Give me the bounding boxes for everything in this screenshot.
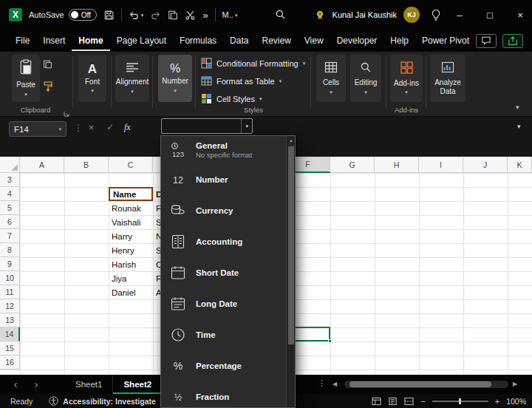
minimize-button[interactable]: – (448, 0, 471, 30)
menu-tab-file[interactable]: File (9, 30, 36, 51)
cut-button[interactable] (185, 10, 196, 21)
share-button[interactable] (502, 34, 523, 48)
menu-tab-insert[interactable]: Insert (36, 30, 72, 51)
row-header-4[interactable]: 4 (0, 187, 20, 201)
number-format-combobox[interactable]: ▾ (161, 118, 253, 134)
autosave-toggle[interactable]: Off (69, 9, 97, 21)
row-header-13[interactable]: 13 (0, 313, 20, 327)
menu-tab-developer[interactable]: Developer (330, 30, 384, 51)
more-commands-icon[interactable]: » (202, 10, 208, 20)
format-option-general[interactable]: 123GeneralNo specific format (161, 136, 295, 164)
row-header-6[interactable]: 6 (0, 215, 20, 229)
maximize-button[interactable]: □ (478, 0, 502, 30)
cancel-entry-icon[interactable]: × (89, 122, 95, 133)
conditional-formatting-button[interactable]: Conditional Formatting ▾ (201, 56, 305, 71)
column-header-b[interactable]: B (64, 157, 109, 173)
search-button[interactable] (275, 9, 286, 23)
select-all-corner[interactable] (0, 157, 20, 173)
confirm-entry-icon[interactable]: ✓ (106, 122, 114, 132)
alignment-group-button[interactable]: Alignment ▾ (115, 55, 149, 102)
format-option-currency[interactable]: Currency (161, 195, 295, 226)
insert-function-icon[interactable]: fx (124, 122, 131, 133)
format-option-time[interactable]: Time (161, 319, 295, 350)
sheet-nav-left-icon[interactable]: ‹ (6, 375, 25, 394)
format-as-table-button[interactable]: Format as Table ▾ (201, 74, 282, 89)
row-header-10[interactable]: 10 (0, 271, 20, 285)
lightbulb-icon[interactable] (431, 9, 441, 21)
row-header-16[interactable]: 16 (0, 356, 20, 370)
cell-c5[interactable]: Rounak (109, 201, 153, 215)
format-option-percentage[interactable]: %Percentage (161, 350, 295, 381)
normal-view-icon[interactable] (372, 397, 381, 406)
row-header-15[interactable]: 15 (0, 341, 20, 356)
zoom-slider-knob[interactable] (459, 398, 461, 404)
expand-formula-bar-icon[interactable]: ▾ (517, 123, 521, 130)
format-option-long-date[interactable]: Long Date (161, 288, 295, 319)
cell-c7[interactable]: Harry (109, 229, 153, 243)
format-option-accounting[interactable]: Accounting (161, 226, 295, 257)
menu-tab-review[interactable]: Review (255, 30, 297, 51)
redo-button[interactable] (150, 10, 161, 21)
page-layout-view-icon[interactable] (388, 397, 398, 406)
column-header-h[interactable]: H (375, 157, 419, 173)
editing-group-button[interactable]: Editing ▾ (350, 55, 381, 102)
fill-handle[interactable] (328, 339, 332, 343)
horizontal-scrollbar[interactable] (344, 381, 508, 388)
row-header-11[interactable]: 11 (0, 285, 20, 299)
add-ins-button[interactable]: Add-ins ▾ (390, 55, 423, 102)
cells-group-button[interactable]: Cells ▾ (316, 55, 346, 102)
copy-button[interactable] (168, 10, 178, 21)
horizontal-scrollbar-thumb[interactable] (349, 381, 491, 387)
menu-tab-page-layout[interactable]: Page Layout (110, 30, 173, 51)
sheet-tab-sheet2[interactable]: Sheet2 (113, 375, 163, 394)
number-group-button[interactable]: % Number ▾ (158, 55, 192, 102)
row-header-9[interactable]: 9 (0, 257, 20, 271)
font-group-button[interactable]: A Font ▾ (78, 55, 106, 102)
sheet-nav-right-icon[interactable]: › (27, 375, 46, 394)
column-header-c[interactable]: C (109, 157, 153, 173)
undo-button[interactable]: ▾ (129, 10, 144, 21)
cell-styles-button[interactable]: Cell Styles ▾ (201, 92, 262, 106)
page-break-view-icon[interactable] (404, 397, 414, 406)
tab-options-kebab-icon[interactable]: ⋮ (318, 378, 326, 388)
row-header-7[interactable]: 7 (0, 229, 20, 243)
cell-c11[interactable]: Daniel (109, 285, 153, 299)
scrollbar-thumb[interactable] (288, 146, 294, 344)
format-painter-icon[interactable] (43, 81, 53, 92)
menu-tab-view[interactable]: View (298, 30, 330, 51)
cell-c10[interactable]: Jiya (109, 271, 153, 285)
row-header-5[interactable]: 5 (0, 201, 20, 215)
cell-c4[interactable]: Name (109, 187, 153, 201)
copy-small-button[interactable] (43, 59, 52, 69)
cell-c6[interactable]: Vaishali (109, 215, 153, 229)
scroll-up-icon[interactable]: ▲ (289, 138, 293, 143)
sheet-tab-sheet1[interactable]: Sheet1 (65, 375, 113, 394)
zoom-in-icon[interactable]: + (495, 397, 499, 406)
save-button[interactable] (103, 10, 115, 21)
menu-tab-power-pivot[interactable]: Power Pivot (415, 30, 476, 51)
paste-button[interactable]: Paste ▾ (12, 55, 40, 102)
menu-tab-home[interactable]: Home (72, 30, 109, 51)
dropdown-scrollbar[interactable]: ▲ (286, 136, 295, 407)
cell-c8[interactable]: Henry (109, 243, 153, 257)
row-header-8[interactable]: 8 (0, 243, 20, 257)
row-header-14[interactable]: 14 (0, 327, 20, 341)
format-option-short-date[interactable]: Short Date (161, 257, 295, 288)
zoom-slider[interactable] (432, 401, 488, 402)
column-header-g[interactable]: G (330, 157, 375, 173)
hscroll-right-icon[interactable]: ▶ (513, 381, 517, 387)
column-header-k[interactable]: K (508, 157, 532, 173)
collapse-ribbon-icon[interactable]: ▾ (516, 103, 519, 111)
menu-tab-data[interactable]: Data (223, 30, 255, 51)
mode-menu[interactable]: M..▾ (222, 11, 238, 19)
cell-c9[interactable]: Harish (109, 257, 153, 271)
format-option-fraction[interactable]: ½Fraction (161, 381, 295, 408)
row-header-12[interactable]: 12 (0, 299, 20, 313)
zoom-level[interactable]: 100% (506, 397, 526, 406)
analyze-data-button[interactable]: Analyze Data (430, 55, 466, 102)
column-header-a[interactable]: A (20, 157, 64, 173)
close-button[interactable]: × (508, 0, 532, 30)
column-header-j[interactable]: J (463, 157, 508, 173)
avatar[interactable]: KJ (403, 7, 420, 23)
comments-button[interactable] (476, 34, 497, 48)
